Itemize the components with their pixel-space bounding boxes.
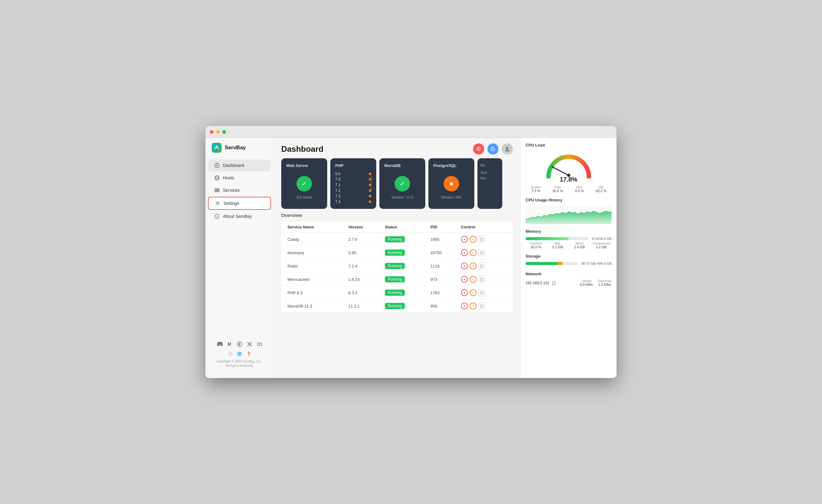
memory-section: Memory 10.8/16.0 GB Pressure 35.0 % App … (525, 229, 611, 249)
partial-card-title: No (480, 163, 499, 167)
cards-row: Web Server ✓ 2/2 Hosts PHP 5.6 7.0 (281, 158, 513, 209)
network-row: 192.168.0.101 📋 Upload 0.0 KB/s Download… (525, 279, 611, 287)
log-button-caddy[interactable]: 📋 (478, 236, 485, 243)
cpu-nice-value: 0.0 % (569, 189, 590, 193)
copyright-text: CopyRight © 2024 ServBay, LLC. All Right… (212, 359, 267, 368)
restart-button-redis[interactable]: ↺ (470, 263, 476, 270)
log-button-dnsmasq[interactable]: 📋 (478, 249, 485, 256)
facebook-icon[interactable] (236, 341, 243, 348)
services-table: Service Name Version Status PID Control … (281, 221, 513, 313)
profile-button[interactable] (502, 143, 513, 154)
svg-line-19 (552, 167, 569, 175)
copy-ip-icon[interactable]: 📋 (551, 281, 556, 285)
status-badge-redis: Running (385, 263, 405, 269)
php-item-72: 7.2 (335, 188, 371, 193)
service-name-dnsmasq: dnsmasq (288, 250, 348, 255)
php-item-73: 7.3 (335, 194, 371, 198)
status-badge-php83: Running (385, 290, 405, 296)
service-version-memcached: 1.6.23 (348, 277, 385, 282)
card-web-server[interactable]: Web Server ✓ 2/2 Hosts (281, 158, 327, 209)
ip-address: 192.168.0.101 (525, 281, 549, 285)
network-stats: Upload 0.0 KB/s Download 1.0 KB/s (580, 279, 611, 287)
header-actions (473, 143, 513, 154)
app-body: ServBay Dashboard (206, 138, 616, 378)
sidebar-nav: Dashboard Hosts (206, 159, 274, 336)
network-section: Network 192.168.0.101 📋 Upload 0.0 KB/s … (525, 272, 611, 287)
titlebar (206, 126, 616, 138)
php-version-list: 5.6 7.0 7.1 7.2 7.3 7.4 (335, 172, 371, 204)
overview-section: Overview Service Name Version Status PID… (274, 212, 520, 378)
stop-button-mariadb113[interactable]: ■ (461, 303, 468, 310)
restart-button-caddy[interactable]: ↺ (470, 236, 476, 243)
network-title: Network (525, 272, 611, 276)
card-php-title: PHP (335, 163, 344, 168)
stop-button-dnsmasq[interactable]: ■ (461, 249, 468, 256)
maximize-button[interactable] (222, 130, 226, 134)
card-postgresql[interactable]: PostgreSQL ■ Version: N/A (428, 158, 474, 209)
sidebar-item-about[interactable]: i About ServBay (208, 210, 271, 222)
restart-button-memcached[interactable]: ↺ (470, 276, 476, 283)
power-button[interactable] (473, 143, 484, 154)
log-button-mariadb113[interactable]: 📋 (478, 303, 485, 310)
sidebar: ServBay Dashboard (206, 138, 274, 378)
globe-link[interactable]: 🌐 (237, 351, 243, 357)
cpu-nice-label: Nice (569, 185, 590, 189)
twitter-icon[interactable] (246, 341, 253, 348)
main-content: Dashboard (274, 138, 520, 378)
help-link[interactable]: ❓ (246, 351, 252, 357)
mem-pressure-value: 35.0 % (525, 245, 546, 249)
log-button-memcached[interactable]: 📋 (478, 276, 485, 283)
status-badge-dnsmasq: Running (385, 249, 405, 256)
about-icon: i (214, 213, 220, 219)
discord-icon[interactable] (217, 341, 223, 348)
svg-rect-7 (215, 189, 217, 190)
cpu-history-title: CPU Usage History (525, 198, 611, 202)
service-version-dnsmasq: 2.90 (348, 250, 385, 255)
sidebar-item-hosts[interactable]: Hosts (208, 172, 271, 184)
cpu-idle-value: 82.2 % (591, 189, 611, 193)
log-button-redis[interactable]: 📋 (478, 263, 485, 270)
memory-fill (525, 237, 569, 240)
restart-button-php83[interactable]: ↺ (470, 289, 476, 296)
medium-icon[interactable]: M (226, 341, 233, 348)
col-pid: PID (431, 225, 461, 229)
memory-stats: Pressure 35.0 % App 5.2 GB Wired 2.4 GB … (525, 242, 611, 249)
restart-button-mariadb113[interactable]: ↺ (470, 303, 476, 310)
table-row: Caddy 2.7.6 Running 1665 ■ ↺ 📋 (281, 233, 513, 246)
stop-button-php83[interactable]: ■ (461, 289, 468, 296)
mem-wired-value: 2.4 GB (569, 245, 590, 249)
sidebar-item-dashboard[interactable]: Dashboard (208, 159, 271, 171)
svg-text:M: M (228, 342, 231, 347)
card-mariadb[interactable]: MariaDB ✓ Version: 11.3 (379, 158, 425, 209)
table-row: Memcached 1.6.23 Running 973 ■ ↺ 📋 (281, 273, 513, 286)
cards-section: Web Server ✓ 2/2 Hosts PHP 5.6 7.0 (274, 158, 520, 212)
service-version-redis: 7.2.4 (348, 264, 385, 269)
info-link[interactable]: ⓘ (227, 351, 234, 357)
services-icon (214, 187, 220, 193)
download-stat: Download 1.0 KB/s (598, 279, 611, 287)
logo-text: ServBay (225, 145, 246, 151)
restart-button-dnsmasq[interactable]: ↺ (470, 249, 476, 256)
stop-button-caddy[interactable]: ■ (461, 236, 468, 243)
social-icons: M (212, 341, 267, 348)
card-partial: No RedMer (477, 158, 502, 209)
minimize-button[interactable] (216, 130, 220, 134)
stop-button-redis[interactable]: ■ (461, 263, 468, 270)
cpu-load-title: CPU Load (525, 143, 611, 147)
svg-rect-10 (217, 190, 219, 192)
cpu-system-label: System (525, 185, 546, 189)
sidebar-item-settings[interactable]: Settings (208, 197, 271, 210)
col-status: Status (385, 225, 431, 229)
close-button[interactable] (210, 130, 214, 134)
refresh-button[interactable] (487, 143, 498, 154)
stop-button-memcached[interactable]: ■ (461, 276, 468, 283)
card-php[interactable]: PHP 5.6 7.0 7.1 7.2 7.3 7.4 (330, 158, 376, 209)
youtube-icon[interactable] (256, 341, 263, 348)
sidebar-item-services[interactable]: Services (208, 184, 271, 196)
cpu-history-section: CPU Usage History (525, 198, 611, 224)
log-button-php83[interactable]: 📋 (478, 289, 485, 296)
card-mariadb-subtitle: Version: 11.3 (391, 195, 413, 199)
service-name-mariadb113: MariaDB 11.3 (288, 304, 348, 309)
table-row: dnsmasq 2.90 Running 43750 ■ ↺ 📋 (281, 246, 513, 260)
storage-fill-green (525, 262, 557, 265)
